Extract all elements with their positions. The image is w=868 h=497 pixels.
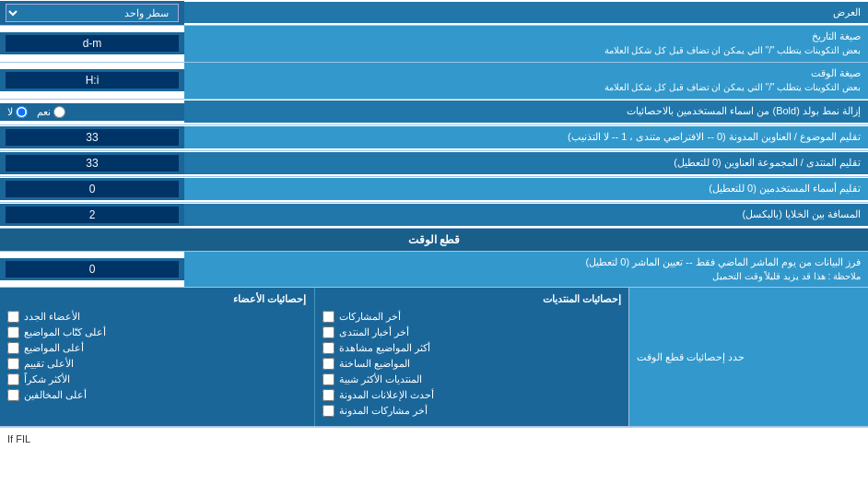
bottom-text: If FIL: [7, 433, 30, 444]
radio-no[interactable]: [16, 106, 28, 118]
cb-top-starters[interactable]: [7, 342, 19, 354]
row-date-format: صيغة التاريخ بعض التكوينات يتطلب "/" الت…: [0, 26, 868, 63]
cb-item-top-rated: الأعلى تقييم: [7, 358, 307, 370]
cb-announce[interactable]: [323, 389, 334, 401]
label-time-format: صيغة الوقت بعض التكوينات يتطلب "/" التي …: [184, 63, 868, 99]
row-bold: إزالة نمط بولد (Bold) من اسماء المستخدمي…: [0, 100, 868, 125]
cb-item-viewed: أكثر المواضيع مشاهدة: [323, 342, 622, 354]
row-forum: تقليم المنتدى / المجموعة العناوين (0 للت…: [0, 151, 868, 177]
select-alard[interactable]: سطر واحد: [6, 4, 179, 22]
cb-item-new-members: الأعضاء الجدد: [7, 311, 307, 323]
input-date-format[interactable]: [6, 35, 179, 52]
cb-label-most-thanks: الأكثر شكراً: [24, 373, 70, 385]
label-topics: تقليم الموضوع / العناوين المدونة (0 -- ا…: [184, 126, 868, 148]
cb-label-top-posts: أعلى كتّاب المواضيع: [24, 326, 106, 338]
col2-title: إحصائيات المنتديات: [323, 293, 622, 305]
cb-item-top-starters: أعلى المواضيع: [7, 342, 307, 354]
cb-violators[interactable]: [7, 389, 19, 401]
cb-most-thanks[interactable]: [7, 373, 19, 385]
checkbox-col-members: إحصائيات الأعضاء الأعضاء الجدد أعلى كتّا…: [0, 288, 314, 426]
cb-item-violators: أعلى المخالفين: [7, 389, 307, 401]
input-cell-time-cut: [0, 258, 184, 280]
label-time-desc: بعض التكوينات يتطلب "/" التي يمكن ان تضا…: [604, 82, 861, 92]
input-cell-topics: [0, 126, 184, 148]
label-bold: إزالة نمط بولد (Bold) من اسماء المستخدمي…: [184, 101, 868, 122]
bottom-text-area: If FIL: [0, 427, 868, 450]
select-cell-alard[interactable]: سطر واحد: [0, 1, 184, 25]
checkbox-section-label: حدد إحصائيات قطع الوقت: [628, 288, 868, 426]
cb-label-blog-shares: أخر مشاركات المدونة: [339, 405, 428, 417]
col1-title: إحصائيات الأعضاء: [7, 293, 307, 305]
cb-item-most-thanks: الأكثر شكراً: [7, 373, 307, 385]
cb-label-shares: أخر المشاركات: [339, 311, 401, 323]
input-distance[interactable]: [6, 207, 179, 223]
checkboxes-section: حدد إحصائيات قطع الوقت إحصائيات المنتديا…: [0, 288, 868, 427]
row-time-cut: فرز البيانات من يوم الماشر الماضي فقط --…: [0, 252, 868, 289]
cb-label-similar: المنتديات الأكثر شبية: [339, 373, 422, 385]
label-time-cut-note: ملاحظة : هذا قد يزيد قليلاً وقت التحميل: [712, 271, 861, 281]
cb-item-hot: المواضيع الساخنة: [323, 358, 622, 370]
cb-item-similar: المنتديات الأكثر شبية: [323, 373, 622, 385]
radio-label-yes[interactable]: نعم: [37, 106, 65, 118]
checkbox-col-forums: إحصائيات المنتديات أخر المشاركات أخر أخب…: [314, 288, 629, 426]
input-cell-usernames: [0, 178, 184, 200]
cb-new-members[interactable]: [7, 311, 19, 323]
label-time-title: صيغة الوقت: [811, 67, 861, 78]
cb-label-viewed: أكثر المواضيع مشاهدة: [339, 342, 430, 354]
label-date-desc: بعض التكوينات يتطلب "/" التي يمكن ان تضا…: [604, 45, 861, 55]
cb-item-announce: أحدث الإعلانات المدونة: [323, 389, 622, 401]
cb-label-news: أخر أخبار المنتدى: [339, 326, 409, 338]
radio-yes[interactable]: [53, 106, 65, 118]
radio-label-no[interactable]: لا: [7, 106, 28, 118]
input-topics[interactable]: [6, 129, 179, 146]
cb-label-hot: المواضيع الساخنة: [339, 358, 410, 370]
row-time-format: صيغة الوقت بعض التكوينات يتطلب "/" التي …: [0, 63, 868, 100]
cb-hot[interactable]: [323, 358, 334, 370]
cb-shares[interactable]: [323, 311, 334, 323]
input-usernames[interactable]: [6, 181, 179, 197]
input-time-format[interactable]: [6, 72, 179, 89]
cb-similar[interactable]: [323, 373, 334, 385]
label-distance: المسافة بين الخلايا (بالبكسل): [184, 204, 868, 225]
section-header-time: قطع الوقت: [0, 229, 868, 252]
input-time-cut[interactable]: [6, 261, 179, 278]
cb-viewed[interactable]: [323, 342, 334, 354]
row-usernames: تقليم أسماء المستخدمين (0 للتعطيل): [0, 177, 868, 203]
cb-top-posts[interactable]: [7, 326, 19, 338]
cb-blog-shares[interactable]: [323, 405, 334, 417]
input-cell-time: [0, 69, 184, 91]
input-cell-forum: [0, 152, 184, 174]
input-cell-distance: [0, 204, 184, 226]
radio-cell-bold: نعم لا: [0, 103, 184, 121]
checkbox-columns: إحصائيات المنتديات أخر المشاركات أخر أخب…: [0, 288, 628, 426]
label-time-cut: فرز البيانات من يوم الماشر الماضي فقط --…: [184, 252, 868, 288]
label-date-title: صيغة التاريخ: [812, 30, 861, 41]
cb-label-top-starters: أعلى المواضيع: [24, 342, 84, 354]
row-alard: العرض سطر واحد: [0, 0, 868, 26]
cb-label-top-rated: الأعلى تقييم: [24, 358, 74, 370]
row-distance: المسافة بين الخلايا (بالبكسل): [0, 203, 868, 229]
cb-label-new-members: الأعضاء الجدد: [24, 311, 80, 323]
label-time-cut-main: فرز البيانات من يوم الماشر الماضي فقط --…: [586, 256, 861, 267]
input-cell-date: [0, 32, 184, 54]
input-forum[interactable]: [6, 155, 179, 172]
row-topics: تقليم الموضوع / العناوين المدونة (0 -- ا…: [0, 125, 868, 151]
cb-label-announce: أحدث الإعلانات المدونة: [339, 389, 434, 401]
cb-item-shares: أخر المشاركات: [323, 311, 622, 323]
label-date-format: صيغة التاريخ بعض التكوينات يتطلب "/" الت…: [184, 26, 868, 62]
cb-item-blog-shares: أخر مشاركات المدونة: [323, 405, 622, 417]
cb-label-violators: أعلى المخالفين: [24, 389, 87, 401]
cb-top-rated[interactable]: [7, 358, 19, 370]
cb-item-news: أخر أخبار المنتدى: [323, 326, 622, 338]
cb-news[interactable]: [323, 326, 334, 338]
label-usernames: تقليم أسماء المستخدمين (0 للتعطيل): [184, 178, 868, 199]
cb-item-top-posts: أعلى كتّاب المواضيع: [7, 326, 307, 338]
label-forum: تقليم المنتدى / المجموعة العناوين (0 للت…: [184, 152, 868, 173]
label-alard: العرض: [184, 2, 868, 23]
